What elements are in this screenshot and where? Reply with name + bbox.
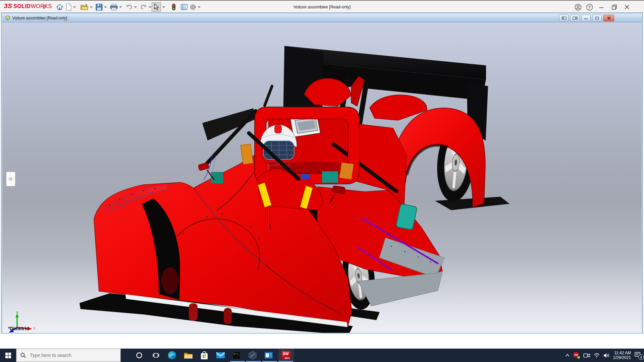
document-title: Voiture assomblee [Read-only] xyxy=(12,16,67,20)
taskbar-app-file-explorer[interactable] xyxy=(180,349,196,362)
wifi-icon[interactable] xyxy=(594,353,600,358)
edge-icon xyxy=(168,351,176,360)
brand-light: WORKS xyxy=(31,3,52,9)
tray-date: 1/29/2021 xyxy=(613,355,631,360)
tray-time: 11:42 AM xyxy=(613,351,631,355)
pane-toggle-left-button[interactable] xyxy=(559,15,569,21)
new-document-button[interactable] xyxy=(66,2,76,12)
interior-orange xyxy=(339,163,354,180)
select-cursor-icon xyxy=(153,4,159,10)
app-window-title: Voiture assomblee [Read-only] xyxy=(255,1,389,13)
taskbar-app-solidworks[interactable]: SW 2021 xyxy=(278,349,294,362)
triad-z-label: Z xyxy=(8,332,10,333)
new-document-dropdown[interactable] xyxy=(73,6,76,8)
search-input[interactable] xyxy=(29,352,111,358)
harness-buckle xyxy=(301,174,310,179)
windows-logo-icon xyxy=(5,353,11,358)
doc-minimize-icon xyxy=(584,16,588,20)
print-icon xyxy=(110,4,118,11)
save-button[interactable] xyxy=(96,2,107,12)
taskbar-app-mail[interactable] xyxy=(212,349,228,362)
green-check-icon xyxy=(577,356,580,359)
minimize-icon xyxy=(599,5,604,9)
mail-icon xyxy=(216,352,225,359)
taskbar-search[interactable] xyxy=(16,349,121,362)
system-tray: SW 11:42 AM 1/29/2021 2 xyxy=(565,349,642,362)
print-dropdown[interactable] xyxy=(119,6,122,8)
close-icon xyxy=(625,5,629,9)
interior-orange xyxy=(240,144,253,165)
doc-restore-button[interactable] xyxy=(592,15,602,21)
edrawings-hexagon-icon xyxy=(248,351,257,360)
volume-icon[interactable] xyxy=(603,353,609,358)
restore-button[interactable] xyxy=(609,1,619,13)
gear-icon xyxy=(189,3,197,11)
undo-icon xyxy=(125,4,133,10)
appearance-traffic-light-icon xyxy=(171,3,176,11)
home-button[interactable] xyxy=(55,2,64,12)
cortana-icon xyxy=(136,352,143,359)
select-dropdown[interactable] xyxy=(162,6,165,8)
redo-button[interactable] xyxy=(140,2,151,12)
doc-close-icon xyxy=(607,16,611,20)
taskbar-app-edge[interactable] xyxy=(164,349,180,362)
triad-y-label: Y xyxy=(16,311,18,315)
undo-button[interactable] xyxy=(125,2,137,12)
taskbar-app-command-prompt[interactable]: C:\_ xyxy=(228,349,245,362)
pane-left-icon xyxy=(561,16,567,20)
display-pane-button[interactable] xyxy=(179,2,189,12)
flyout-arrow-icon xyxy=(43,5,46,9)
pane-toggle-right-button[interactable] xyxy=(570,15,580,21)
options-button[interactable] xyxy=(189,2,201,12)
task-view-button[interactable] xyxy=(148,349,164,362)
start-button[interactable] xyxy=(0,349,16,362)
select-button[interactable] xyxy=(152,2,165,12)
open-button[interactable] xyxy=(80,2,93,12)
help-button[interactable]: ? xyxy=(584,1,594,13)
file-explorer-icon xyxy=(184,352,193,359)
doc-minimize-button[interactable] xyxy=(581,15,591,21)
view-orientation-label: *Dimetric xyxy=(8,326,29,331)
windscreen xyxy=(202,108,256,140)
meet-now-icon[interactable] xyxy=(583,353,590,358)
taskbar-app-desktop-app[interactable] xyxy=(261,349,277,362)
undo-dropdown[interactable] xyxy=(134,6,137,8)
redo-dropdown[interactable] xyxy=(149,6,151,8)
account-button[interactable] xyxy=(573,1,583,13)
redo-icon xyxy=(140,4,147,10)
graphics-viewport[interactable]: Y X Z *Dimetric xyxy=(2,22,642,333)
taskbar: C:\_ SW 2021 SW 11:42 AM 1/29/2021 2 xyxy=(0,349,644,362)
solidworks-monitor-icon[interactable]: SW xyxy=(574,352,580,358)
feature-pane-tab[interactable] xyxy=(6,172,15,186)
appearances-button[interactable] xyxy=(169,2,178,12)
desktop-app-icon xyxy=(264,352,273,359)
options-dropdown[interactable] xyxy=(198,6,201,8)
brand-bold: SOLID xyxy=(13,3,31,9)
notification-center-button[interactable]: 2 xyxy=(635,352,642,359)
print-button[interactable] xyxy=(110,2,122,12)
save-dropdown[interactable] xyxy=(104,6,107,8)
menu-flyout-arrow[interactable] xyxy=(43,2,46,12)
save-icon xyxy=(96,4,103,11)
document-title-bar[interactable]: Voiture assomblee [Read-only] xyxy=(2,14,642,22)
open-icon xyxy=(80,4,89,10)
close-button[interactable] xyxy=(622,1,632,13)
solidworks-2021-icon: SW 2021 xyxy=(282,351,290,360)
microsoft-store-icon xyxy=(200,351,208,360)
task-view-icon xyxy=(153,353,159,358)
doc-close-button[interactable] xyxy=(603,15,614,21)
car-model xyxy=(2,22,642,333)
restore-icon xyxy=(612,5,617,10)
cortana-button[interactable] xyxy=(131,349,147,362)
taskbar-app-store[interactable] xyxy=(196,349,212,362)
account-icon xyxy=(575,4,582,11)
notification-badge: 2 xyxy=(638,354,644,360)
tray-clock[interactable]: 11:42 AM 1/29/2021 xyxy=(613,351,631,360)
document-window: Voiture assomblee [Read-only] xyxy=(1,13,643,334)
open-dropdown[interactable] xyxy=(90,6,93,8)
pane-tab-knob xyxy=(9,177,12,181)
minimize-button[interactable] xyxy=(596,1,606,13)
interior-teal xyxy=(322,171,338,183)
taskbar-app-edrawings[interactable] xyxy=(245,349,261,362)
tray-chevron-up-icon[interactable] xyxy=(565,354,570,357)
